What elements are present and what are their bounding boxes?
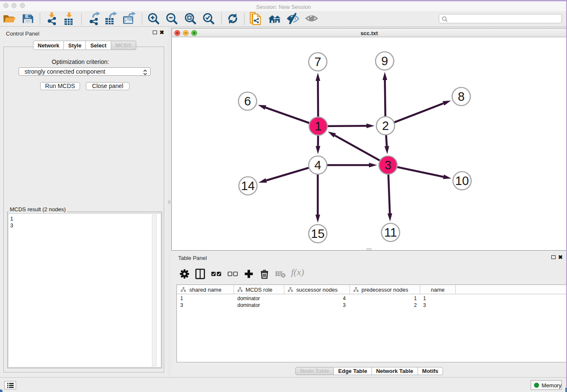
- svg-text:1: 1: [315, 119, 322, 133]
- svg-text:6: 6: [244, 94, 251, 108]
- svg-text:3: 3: [385, 158, 391, 172]
- svg-text:4: 4: [314, 158, 321, 172]
- svg-text:7: 7: [314, 55, 321, 69]
- svg-text:15: 15: [311, 227, 325, 240]
- svg-text:10: 10: [455, 174, 469, 188]
- svg-text:8: 8: [458, 90, 465, 103]
- svg-text:14: 14: [241, 179, 255, 193]
- svg-text:9: 9: [381, 54, 388, 68]
- svg-text:2: 2: [382, 119, 389, 133]
- svg-text:11: 11: [384, 226, 397, 239]
